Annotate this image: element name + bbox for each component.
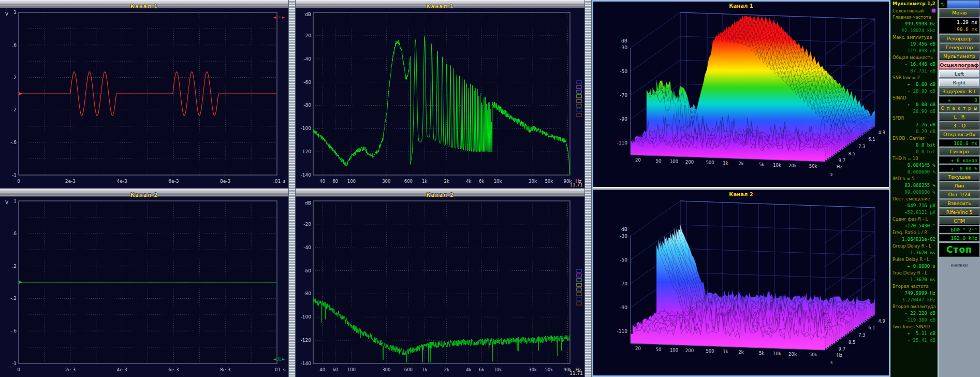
- weighting-button[interactable]: Взвесить: [939, 199, 979, 207]
- spectrum-ch1-titlebar[interactable]: Канал 1: [296, 0, 584, 8]
- spectrum-ch1-plot[interactable]: -20-40-60-80-100-120-14040601003006001k2…: [296, 8, 584, 189]
- svg-text:1: 1: [13, 198, 17, 204]
- svg-text:1k: 1k: [723, 161, 728, 166]
- svg-text:0: 0: [17, 179, 20, 184]
- mm-row-label: Pulse Delay R - L: [891, 256, 938, 263]
- svg-text:500: 500: [706, 160, 714, 165]
- svg-text:1k: 1k: [422, 367, 427, 372]
- svg-text:-40: -40: [303, 245, 311, 250]
- multimeter-selective-row[interactable]: Селективный: [891, 7, 938, 14]
- svg-text:dB: dB: [305, 200, 311, 206]
- open-input-button[interactable]: Откр.вх.>0«: [939, 130, 979, 138]
- scope-ch2-panel: Канал 2 V1.6.2-.2-.6-102e-34e-36e-38e-3.…: [0, 189, 288, 377]
- svg-text:-40: -40: [303, 56, 311, 62]
- mm-row-label: Общая мощность: [891, 54, 938, 61]
- scope-ch1-titlebar[interactable]: Канал 1: [0, 0, 288, 8]
- svg-text:-30: -30: [620, 234, 627, 239]
- time-readout-display[interactable]: 1.29 ms90.6 ms: [939, 18, 979, 34]
- spectra-3d-button[interactable]: 3 – D: [939, 122, 979, 129]
- svg-text:30k: 30k: [529, 367, 537, 372]
- generator-button[interactable]: Генератор: [939, 44, 979, 51]
- svg-text:1: 1: [13, 10, 17, 15]
- mm-row-value: 0.0 bit: [891, 142, 938, 149]
- mm-row-value: 3.270447 kHz: [891, 297, 938, 303]
- svg-text:50k: 50k: [809, 164, 817, 169]
- waterfall-ch1-plot[interactable]: 20501002005001k2k5k10k20k50k-30-50-70-90…: [593, 2, 889, 187]
- mm-row-label: Freq. Ratio L / R: [891, 229, 938, 236]
- fft-size-display[interactable]: БПФ * 2¹⁴: [939, 226, 979, 233]
- recorder-button[interactable]: Рекордер: [939, 35, 979, 42]
- spectrum-ch2-plot[interactable]: -20-40-60-80-100-120-14040601003006001k2…: [296, 197, 584, 377]
- svg-text:-20: -20: [303, 222, 311, 227]
- svg-text:20k: 20k: [788, 352, 797, 357]
- mm-row-value: 0.29 dB: [891, 128, 938, 135]
- sync-button[interactable]: Синхро: [939, 148, 979, 155]
- selective-label: Селективный: [893, 8, 924, 13]
- display-line-1: 1.29 ms: [940, 18, 977, 26]
- window-length-display[interactable]: 100.0 ms: [939, 139, 979, 147]
- svg-text:s: s: [830, 171, 833, 177]
- mm-row-label: SNR low = 2: [891, 75, 938, 81]
- stop-button[interactable]: Стоп: [939, 243, 979, 257]
- svg-text:60: 60: [332, 367, 338, 372]
- mm-row-value: + 0.00 dB: [891, 81, 938, 88]
- scope-ch2-plot[interactable]: V1.6.2-.2-.6-102e-34e-36e-38e-3.01s◄ Д ►: [0, 197, 288, 377]
- svg-text:100: 100: [347, 179, 356, 184]
- svg-text:-90: -90: [620, 117, 627, 122]
- svg-text:-100: -100: [301, 126, 312, 131]
- sync-level-display[interactable]: + 0.00 %: [939, 165, 979, 172]
- oscilloscope-button[interactable]: Осциллограф: [939, 61, 979, 69]
- ctrl-titlebar[interactable]: ∿: [939, 0, 980, 8]
- window-function-button[interactable]: Rife-Vinc 5: [939, 208, 979, 216]
- splitter-scope-spectrum[interactable]: [288, 0, 296, 377]
- left-button[interactable]: Left: [939, 70, 979, 78]
- scope-ch1-panel: Канал 1 V1.6.2-.2-.6-102e-34e-36e-38e-3.…: [0, 0, 288, 189]
- spectrum-ch2-titlebar[interactable]: Канал 2: [296, 189, 584, 197]
- multimeter-title: Мультиметр 1,2: [891, 0, 938, 7]
- svg-text:11.71: 11.71: [569, 371, 583, 376]
- svg-text:◄ Д ►: ◄ Д ►: [273, 357, 285, 361]
- svg-text:-1: -1: [12, 361, 17, 366]
- svg-text:-20: -20: [303, 33, 311, 38]
- svg-text:2e-3: 2e-3: [65, 179, 76, 184]
- svg-text:2k: 2k: [738, 350, 743, 355]
- sync-channel-display[interactable]: + 0 канал: [939, 156, 979, 164]
- spectra-lr-button[interactable]: L , R: [939, 113, 979, 121]
- linear-button[interactable]: Лин: [939, 182, 979, 190]
- sample-rate-display[interactable]: 192.0 kHz: [939, 234, 979, 241]
- psd-button[interactable]: СПМ: [939, 217, 979, 225]
- svg-text:.6: .6: [12, 42, 17, 48]
- svg-text:50: 50: [656, 158, 662, 164]
- svg-text:2k: 2k: [444, 367, 449, 372]
- delay-rl-button[interactable]: Задержк. R-L: [939, 88, 979, 95]
- mm-row-value: -119.389 dB: [891, 317, 938, 324]
- svg-text:20: 20: [635, 346, 641, 351]
- mm-row-value: 0.004145 %: [891, 162, 938, 169]
- current-button[interactable]: Текущее: [939, 173, 979, 181]
- splitter-spectrum-waterfall[interactable]: [584, 0, 592, 377]
- octave-button[interactable]: Окт 1/24: [939, 191, 979, 198]
- svg-text:50k: 50k: [809, 352, 817, 357]
- app-waveform-icon: ∿: [939, 0, 947, 8]
- svg-text:.2: .2: [12, 75, 17, 80]
- scope-ch2-titlebar[interactable]: Канал 2: [0, 189, 288, 197]
- mm-row-value: 99.000000 %: [891, 189, 938, 196]
- svg-text:600: 600: [404, 179, 413, 184]
- mm-row-label: Пост. смещение: [891, 196, 938, 202]
- svg-text:7.3: 7.3: [858, 332, 866, 338]
- svg-text:-.2: -.2: [10, 107, 17, 112]
- menu-button[interactable]: Меню: [939, 9, 979, 17]
- multimeter-button[interactable]: Мультиметр: [939, 52, 979, 60]
- scope-ch1-plot[interactable]: V1.6.2-.2-.6-102e-34e-36e-38e-3.01s◄ = ►: [0, 8, 288, 189]
- right-button[interactable]: Right: [939, 79, 979, 86]
- svg-text:-70: -70: [620, 93, 627, 98]
- waterfall-ch2-plot[interactable]: 20501002005001k2k5k10k20k50k-30-50-70-90…: [593, 190, 889, 375]
- svg-text:-70: -70: [620, 281, 627, 286]
- svg-text:100: 100: [670, 159, 678, 164]
- svg-text:Hz: Hz: [837, 164, 842, 169]
- svg-text:500: 500: [706, 349, 714, 354]
- delay-value-display[interactable]: + 0: [939, 96, 979, 104]
- svg-text:Hz: Hz: [837, 353, 842, 358]
- svg-text:300: 300: [382, 179, 390, 184]
- svg-text:-110: -110: [617, 140, 628, 146]
